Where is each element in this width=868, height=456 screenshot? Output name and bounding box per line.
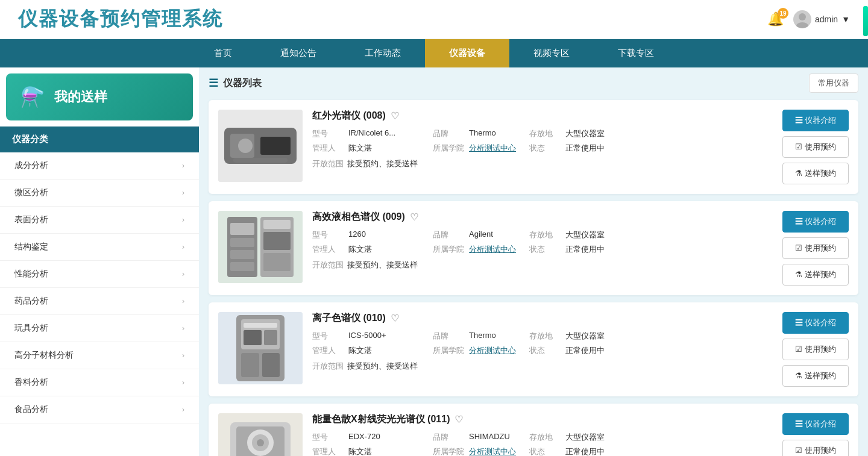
favorite-icon-009[interactable]: ♡ [410, 211, 418, 223]
sidebar-item-medicine[interactable]: 药品分析 › [0, 288, 199, 315]
chevron-right-icon: › [182, 351, 184, 360]
svg-rect-21 [241, 353, 259, 377]
reserve-button-009[interactable]: ☑ 使用预约 [782, 237, 849, 259]
svg-rect-22 [262, 353, 280, 377]
info-grid-009: 型号 1260 品牌 Agilent 存放地 大型仪器室 管理人 陈文湛 所属学… [312, 230, 773, 255]
sample-button-009[interactable]: ⚗ 送样预约 [782, 264, 849, 286]
sidebar-item-food[interactable]: 食品分析 › [0, 396, 199, 423]
sidebar-item-surface[interactable]: 表面分析 › [0, 207, 199, 234]
svg-point-0 [799, 13, 806, 20]
avatar [793, 10, 811, 28]
intro-button-010[interactable]: ☰ 仪器介绍 [782, 312, 849, 334]
sidebar-item-structure[interactable]: 结构鉴定 › [0, 234, 199, 261]
sidebar-item-micro[interactable]: 微区分析 › [0, 180, 199, 207]
list-icon: ☰ [209, 77, 218, 90]
nav-item-home[interactable]: 首页 [190, 39, 256, 67]
content-area: ☰ 仪器列表 常用仪器 红外光谱仪 (008) ♡ [199, 67, 868, 456]
header: 仪器设备预约管理系统 🔔 19 admin ▼ [0, 0, 868, 39]
favorite-icon-010[interactable]: ♡ [391, 313, 399, 324]
chevron-right-icon: › [182, 270, 184, 278]
chevron-right-icon: › [182, 189, 184, 197]
nav-item-instruments[interactable]: 仪器设备 [425, 39, 509, 67]
chevron-right-icon: › [182, 161, 184, 170]
nav-item-notice[interactable]: 通知公告 [256, 39, 341, 67]
instrument-info-011: 能量色散X射线荧光光谱仪 (011) ♡ 型号 EDX-720 品牌 SHIMA… [312, 413, 773, 456]
instrument-info-008: 红外光谱仪 (008) ♡ 型号 IR/Nicolet 6... 品牌 Ther… [312, 110, 773, 169]
instrument-card-011: Rex 能量色散X射线荧光光谱仪 (011) ♡ 型号 EDX-720 品牌 S… [209, 404, 858, 456]
notification-bell[interactable]: 🔔 19 [767, 11, 784, 27]
chevron-right-icon: › [182, 405, 184, 414]
sidebar-item-fragrance[interactable]: 香料分析 › [0, 369, 199, 396]
card-actions-011: ☰ 仪器介绍 ☑ 使用预约 ⚗ 送样预约 [782, 413, 849, 456]
flask-icon: ⚗️ [20, 86, 45, 108]
favorite-icon-011[interactable]: ♡ [454, 414, 463, 425]
header-title: 仪器设备预约管理系统 [18, 6, 223, 33]
svg-rect-12 [230, 238, 254, 247]
sidebar-item-polymer[interactable]: 高分子材料分析 › [0, 342, 199, 369]
svg-rect-13 [230, 250, 254, 259]
open-range-010: 开放范围 接受预约、接受送样 [312, 361, 773, 372]
favorite-icon-008[interactable]: ♡ [391, 110, 399, 122]
sidebar-item-performance[interactable]: 性能分析 › [0, 261, 199, 288]
sample-button-008[interactable]: ⚗ 送样预约 [782, 163, 849, 184]
instrument-image-011: Rex [218, 413, 303, 456]
nav-item-video[interactable]: 视频专区 [509, 39, 594, 67]
svg-rect-17 [263, 253, 291, 271]
sample-button-010[interactable]: ⚗ 送样预约 [782, 365, 849, 387]
svg-rect-15 [263, 220, 291, 229]
info-grid-008: 型号 IR/Nicolet 6... 品牌 Thermo 存放地 大型仪器室 管… [312, 128, 773, 154]
svg-point-31 [257, 439, 264, 446]
reserve-button-010[interactable]: ☑ 使用预约 [782, 339, 849, 360]
reserve-button-011[interactable]: ☑ 使用预约 [782, 440, 849, 456]
svg-rect-25 [264, 330, 277, 345]
svg-rect-23 [244, 323, 277, 328]
instrument-info-009: 高效液相色谱仪 (009) ♡ 型号 1260 品牌 Agilent 存放地 大… [312, 211, 773, 270]
info-grid-010: 型号 ICS-5000+ 品牌 Thermo 存放地 大型仪器室 管理人 陈文湛… [312, 331, 773, 356]
instrument-card-009: 高效液相色谱仪 (009) ♡ 型号 1260 品牌 Agilent 存放地 大… [209, 201, 858, 295]
card-actions-010: ☰ 仪器介绍 ☑ 使用预约 ⚗ 送样预约 [782, 312, 849, 387]
list-title: ☰ 仪器列表 [209, 77, 262, 90]
intro-button-011[interactable]: ☰ 仪器介绍 [782, 413, 849, 435]
svg-rect-11 [230, 223, 254, 235]
instrument-image-008 [218, 110, 303, 182]
card-actions-008: ☰ 仪器介绍 ☑ 使用预约 ⚗ 送样预约 [782, 110, 849, 184]
reserve-button-008[interactable]: ☑ 使用预约 [782, 136, 849, 158]
nav-item-download[interactable]: 下载专区 [594, 39, 678, 67]
my-sample-banner[interactable]: ⚗️ 我的送样 [6, 73, 193, 120]
chevron-right-icon: › [182, 243, 184, 251]
instrument-name-009: 高效液相色谱仪 (009) ♡ [312, 211, 773, 223]
open-range-009: 开放范围 接受预约、接受送样 [312, 260, 773, 270]
card-actions-009: ☰ 仪器介绍 ☑ 使用预约 ⚗ 送样预约 [782, 211, 849, 286]
chevron-right-icon: › [182, 216, 184, 224]
chevron-right-icon: › [182, 324, 184, 333]
user-menu[interactable]: admin ▼ [793, 10, 850, 28]
category-title: 仪器分类 [0, 126, 199, 152]
svg-rect-14 [230, 262, 254, 271]
instrument-name-010: 离子色谱仪 (010) ♡ [312, 312, 773, 325]
chevron-right-icon: › [182, 378, 184, 387]
instrument-image-009 [218, 211, 303, 283]
instrument-name-011: 能量色散X射线荧光光谱仪 (011) ♡ [312, 413, 773, 426]
header-right: 🔔 19 admin ▼ [767, 10, 850, 28]
svg-point-6 [238, 139, 253, 153]
chevron-down-icon: ▼ [841, 14, 850, 24]
username: admin [815, 14, 838, 24]
intro-button-008[interactable]: ☰ 仪器介绍 [782, 110, 849, 131]
nav: 首页 通知公告 工作动态 仪器设备 视频专区 下载专区 [0, 39, 868, 67]
nav-item-news[interactable]: 工作动态 [341, 39, 425, 67]
sidebar: ⚗️ 我的送样 仪器分类 成分分析 › 微区分析 › 表面分析 › 结构鉴定 ›… [0, 67, 199, 456]
sidebar-item-composition[interactable]: 成分分析 › [0, 152, 199, 180]
instrument-image-010 [218, 312, 303, 384]
instrument-card-008: 红外光谱仪 (008) ♡ 型号 IR/Nicolet 6... 品牌 Ther… [209, 100, 858, 194]
instrument-info-010: 离子色谱仪 (010) ♡ 型号 ICS-5000+ 品牌 Thermo 存放地… [312, 312, 773, 372]
chevron-right-icon: › [182, 297, 184, 305]
intro-button-009[interactable]: ☰ 仪器介绍 [782, 211, 849, 233]
instrument-card-010: 离子色谱仪 (010) ♡ 型号 ICS-5000+ 品牌 Thermo 存放地… [209, 302, 858, 396]
status-bar [863, 6, 868, 36]
content-header: ☰ 仪器列表 常用仪器 [209, 73, 858, 93]
notification-badge: 19 [778, 8, 788, 19]
common-instruments-button[interactable]: 常用仪器 [809, 73, 858, 93]
info-grid-011: 型号 EDX-720 品牌 SHIMADZU 存放地 大型仪器室 管理人 陈文湛… [312, 432, 773, 456]
main: ⚗️ 我的送样 仪器分类 成分分析 › 微区分析 › 表面分析 › 结构鉴定 ›… [0, 67, 868, 456]
sidebar-item-toy[interactable]: 玩具分析 › [0, 315, 199, 342]
